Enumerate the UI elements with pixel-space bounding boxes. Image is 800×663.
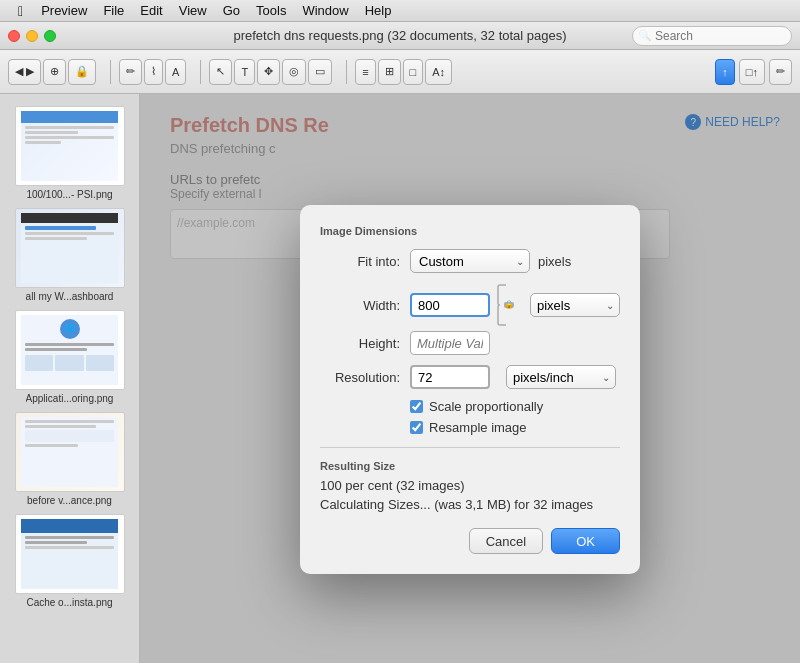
minimize-button[interactable] [26,30,38,42]
svg-text:🔒: 🔒 [504,299,514,309]
scale-label: Scale proportionally [429,399,543,414]
move-tool[interactable]: ✥ [257,59,280,85]
menu-file[interactable]: File [95,0,132,21]
search-wrapper: 🔍 [632,26,792,46]
thumb-line [25,141,61,144]
menu-help[interactable]: Help [357,0,400,21]
sidebar-item-label: 100/100...- PSI.png [26,189,112,200]
nav-buttons: ◀ ▶ ⊕ 🔒 [8,59,96,85]
list-item[interactable]: 100/100...- PSI.png [0,102,139,204]
zoom-in-button[interactable]: ⊕ [43,59,66,85]
fit-into-select-wrapper: Custom ⌄ [410,249,530,273]
modal-buttons: Cancel OK [320,528,620,554]
thumb-header-1 [21,111,118,123]
toolbar-separator-1 [110,60,111,84]
content-area: Prefetch DNS Re DNS prefetching c URLs t… [140,94,800,663]
thumb-lines-1 [21,123,118,149]
toolbar: ◀ ▶ ⊕ 🔒 ✏ ⌇ A ↖ T ✥ ◎ ▭ ≡ ⊞ □ A↕ ↑ □↑ ✏ [0,50,800,94]
link-brace-svg: 🔒 [496,283,516,327]
menu-edit[interactable]: Edit [132,0,170,21]
thumbnail-4 [15,412,125,492]
resolution-unit-wrapper: pixels/inch pixels/cm ⌄ [498,365,616,389]
menu-go[interactable]: Go [215,0,248,21]
box-button[interactable]: □ [403,59,424,85]
height-label: Height: [320,336,410,351]
list-item[interactable]: 🌐 Applicati...oring.png [0,306,139,408]
width-input[interactable] [410,293,490,317]
cancel-button[interactable]: Cancel [469,528,543,554]
circle-tool[interactable]: ◎ [282,59,306,85]
highlight-tool[interactable]: A [165,59,186,85]
maximize-button[interactable] [44,30,56,42]
width-label: Width: [320,298,410,313]
window-title: prefetch dns requests.png (32 documents,… [233,28,566,43]
thumbnail-2 [15,208,125,288]
toolbar-separator-2 [200,60,201,84]
width-unit-wrapper: pixels inches cm ⌄ [522,293,620,317]
share-button[interactable]: ↑ [715,59,735,85]
sidebar: 100/100...- PSI.png all my W...ashboard [0,94,140,663]
markup-button[interactable]: ✏ [769,59,792,85]
align-buttons: ≡ ⊞ □ A↕ [355,59,452,85]
font-button[interactable]: A↕ [425,59,452,85]
export-button[interactable]: □↑ [739,59,765,85]
tool-buttons: ✏ ⌇ A [119,59,186,85]
resulting-size-calc: Calculating Sizes... (was 3,1 MB) for 32… [320,497,620,512]
text-tool[interactable]: T [234,59,255,85]
list-item[interactable]: all my W...ashboard [0,204,139,306]
thumb-line [25,136,114,139]
thumb-line [25,126,114,129]
rect-tool[interactable]: ▭ [308,59,332,85]
list-item[interactable]: Cache o...insta.png [0,510,139,612]
pencil-tool[interactable]: ✏ [119,59,142,85]
search-input[interactable] [632,26,792,46]
dialog-section-title: Image Dimensions [320,225,620,237]
main-layout: 100/100...- PSI.png all my W...ashboard [0,94,800,663]
fit-into-label: Fit into: [320,254,410,269]
modal-overlay: Image Dimensions Fit into: Custom ⌄ pixe… [140,94,800,663]
lock-button[interactable]: 🔒 [68,59,96,85]
sidebar-item-label: all my W...ashboard [26,291,114,302]
apple-menu[interactable]:  [8,3,33,19]
arrow-tool[interactable]: ↖ [209,59,232,85]
height-row: Height: [320,331,620,355]
menu-preview[interactable]: Preview [33,0,95,21]
menu-view[interactable]: View [171,0,215,21]
list-item[interactable]: before v...ance.png [0,408,139,510]
grid-view-button[interactable]: ⊞ [378,59,401,85]
resolution-unit-select[interactable]: pixels/inch pixels/cm [506,365,616,389]
title-bar-right: 🔍 [632,26,792,46]
fit-into-row: Fit into: Custom ⌄ pixels [320,249,620,273]
thumbnail-1 [15,106,125,186]
modal-divider [320,447,620,448]
traffic-lights [8,30,56,42]
scale-checkbox[interactable] [410,400,423,413]
menu-window[interactable]: Window [294,0,356,21]
shape-buttons: ↖ T ✥ ◎ ▭ [209,59,332,85]
sidebar-item-label: Applicati...oring.png [26,393,114,404]
height-input[interactable] [410,331,490,355]
link-brace: 🔒 [496,283,516,327]
resolution-input[interactable] [410,365,490,389]
fit-into-select[interactable]: Custom [410,249,530,273]
resulting-size-value: 100 per cent (32 images) [320,478,620,493]
resample-label: Resample image [429,420,527,435]
resample-checkbox[interactable] [410,421,423,434]
thumb-inner-1 [21,111,118,181]
sidebar-item-label: before v...ance.png [27,495,112,506]
resolution-row: Resolution: pixels/inch pixels/cm ⌄ [320,365,620,389]
toolbar-separator-3 [346,60,347,84]
width-unit-select[interactable]: pixels inches cm [530,293,620,317]
list-view-button[interactable]: ≡ [355,59,375,85]
pen-tool[interactable]: ⌇ [144,59,163,85]
sidebar-item-label: Cache o...insta.png [26,597,112,608]
ok-button[interactable]: OK [551,528,620,554]
image-dimensions-dialog: Image Dimensions Fit into: Custom ⌄ pixe… [300,205,640,574]
back-forward-button[interactable]: ◀ ▶ [8,59,41,85]
thumbnail-5 [15,514,125,594]
menu-bar:  Preview File Edit View Go Tools Window… [0,0,800,22]
title-bar: prefetch dns requests.png (32 documents,… [0,22,800,50]
scale-checkbox-row: Scale proportionally [410,399,620,414]
close-button[interactable] [8,30,20,42]
menu-tools[interactable]: Tools [248,0,294,21]
